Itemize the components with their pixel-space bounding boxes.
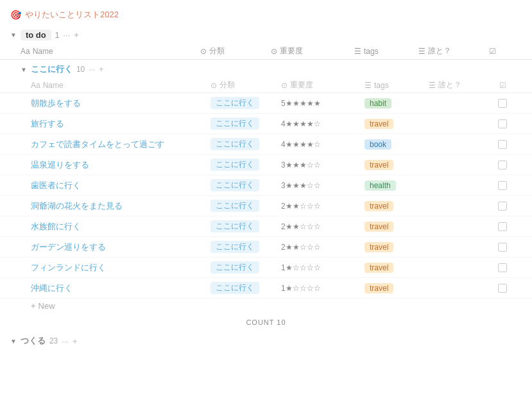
row-juyo-5: 2★★☆☆☆ [281, 202, 365, 211]
toggle-icon-subgroup[interactable]: ▼ [21, 66, 27, 73]
row-name-2[interactable]: カフェで読書タイムをとって過ごす [31, 139, 210, 150]
row-bunrui-6: ここに行く [210, 220, 281, 232]
row-check-4[interactable] [493, 181, 512, 190]
row-juyo-6: 2★★☆☆☆ [281, 222, 365, 231]
row-tags-8: travel [365, 263, 429, 273]
group-todo-plus[interactable]: + [74, 30, 79, 40]
row-check-6[interactable] [493, 222, 512, 231]
row-tags-6: travel [365, 222, 429, 232]
tag-badge-1: travel [365, 119, 393, 129]
row-juyo-7: 2★★☆☆☆ [281, 243, 365, 252]
checkbox-7[interactable] [498, 243, 507, 252]
row-bunrui-4: ここに行く [210, 179, 281, 191]
row-tags-3: travel [365, 160, 429, 170]
row-name-9[interactable]: 沖縄に行く [31, 283, 210, 294]
row-bunrui-1: ここに行く [210, 117, 281, 130]
row-name-1[interactable]: 旅行する [31, 118, 210, 130]
bunrui-badge-0: ここに行く [210, 97, 259, 109]
group-tsukuru-plus[interactable]: + [73, 336, 78, 346]
row-check-7[interactable] [493, 243, 512, 252]
bunrui-badge-5: ここに行く [210, 200, 259, 212]
group-tsukuru-dots[interactable]: ··· [62, 336, 69, 346]
row-bunrui-2: ここに行く [210, 138, 281, 150]
table-row: 歯医者に行く ここに行く 3★★★☆☆ health [0, 175, 532, 196]
aa-icon: Aa [21, 47, 30, 56]
bunrui-badge-8: ここに行く [210, 261, 259, 274]
sub-list-icon: ☰ [365, 81, 372, 90]
row-name-7[interactable]: ガーデン巡りをする [31, 241, 210, 253]
row-check-9[interactable] [493, 284, 512, 293]
row-check-3[interactable] [493, 161, 512, 170]
checkbox-3[interactable] [498, 161, 507, 170]
col-header-tags: ☰ tags [354, 47, 418, 56]
sub-col-header-dare: ☰ 誰と？ [429, 80, 493, 91]
col-header-juyo: ⊙ 重要度 [271, 46, 354, 57]
row-bunrui-5: ここに行く [210, 200, 281, 212]
checkbox-6[interactable] [498, 222, 507, 231]
subgroup-plus[interactable]: + [99, 65, 103, 74]
bunrui-badge-4: ここに行く [210, 179, 259, 191]
row-name-4[interactable]: 歯医者に行く [31, 180, 210, 191]
row-juyo-2: 4★★★★☆ [281, 140, 365, 149]
sub-circle-icon: ⊙ [210, 81, 217, 90]
row-tags-9: travel [365, 283, 429, 293]
group-todo-name: to do [21, 30, 51, 40]
row-juyo-3: 3★★★☆☆ [281, 161, 365, 170]
page-title: 🎯 やりたいことリスト2022 [0, 5, 532, 27]
row-name-0[interactable]: 朝散歩をする [31, 98, 210, 109]
group-todo-dots[interactable]: ··· [63, 30, 70, 40]
tag-badge-2: book [365, 139, 391, 150]
new-row-button[interactable]: + New [0, 299, 532, 313]
list-icon2: ☰ [418, 47, 425, 56]
row-check-8[interactable] [493, 263, 512, 272]
sub-aa-icon: Aa [31, 81, 40, 90]
group-tsukuru-name: つくる [21, 335, 46, 347]
row-name-8[interactable]: フィンランドに行く [31, 262, 210, 274]
table-row: カフェで読書タイムをとって過ごす ここに行く 4★★★★☆ book [0, 134, 532, 155]
sub-col-header-name: Aa Name [31, 81, 210, 90]
row-bunrui-8: ここに行く [210, 261, 281, 274]
row-tags-1: travel [365, 119, 429, 129]
checkbox-9[interactable] [498, 284, 507, 293]
tag-badge-4: health [365, 180, 396, 191]
checkbox-2[interactable] [498, 140, 507, 149]
table-row: 温泉巡りをする ここに行く 3★★★☆☆ travel [0, 155, 532, 175]
group-tsukuru: ▼ つくる 23 ··· + [0, 331, 532, 351]
row-bunrui-3: ここに行く [210, 159, 281, 171]
count-row: COUNT 10 [0, 313, 532, 331]
row-check-2[interactable] [493, 140, 512, 149]
checkbox-1[interactable] [498, 119, 507, 128]
sub-col-header-bunrui: ⊙ 分類 [210, 80, 281, 91]
row-check-0[interactable] [493, 99, 512, 108]
col-header-bunrui: ⊙ 分類 [200, 46, 271, 57]
row-check-1[interactable] [493, 119, 512, 128]
row-check-5[interactable] [493, 202, 512, 211]
toggle-icon-todo[interactable]: ▼ [10, 31, 17, 39]
checkbox-5[interactable] [498, 202, 507, 211]
checkbox-0[interactable] [498, 99, 507, 108]
group-todo: ▼ to do 1 ··· + [0, 27, 532, 43]
bunrui-badge-2: ここに行く [210, 138, 259, 150]
sub-table-header: Aa Name ⊙ 分類 ⊙ 重要度 ☰ tags ☰ 誰と？ ☑ [0, 78, 532, 93]
group-tsukuru-count: 23 [49, 336, 58, 345]
tag-badge-9: travel [365, 283, 393, 293]
tag-badge-7: travel [365, 242, 393, 252]
row-name-6[interactable]: 水族館に行く [31, 221, 210, 232]
subgroup-dots[interactable]: ··· [89, 65, 95, 74]
bunrui-badge-9: ここに行く [210, 282, 259, 294]
table-row: フィンランドに行く ここに行く 1★☆☆☆☆ travel [0, 257, 532, 278]
tag-badge-5: travel [365, 201, 393, 211]
circle-dot-icon2: ⊙ [271, 47, 277, 56]
row-name-3[interactable]: 温泉巡りをする [31, 159, 210, 171]
checkbox-8[interactable] [498, 263, 507, 272]
sub-col-header-tags: ☰ tags [365, 81, 429, 90]
toggle-icon-tsukuru[interactable]: ▼ [10, 338, 17, 345]
row-juyo-1: 4★★★★☆ [281, 119, 365, 128]
subgroup-name: ここに行く [31, 64, 73, 75]
checkbox-4[interactable] [498, 181, 507, 190]
row-bunrui-0: ここに行く [210, 97, 281, 109]
row-name-5[interactable]: 洞爺湖の花火をまた見る [31, 200, 210, 212]
circle-dot-icon: ⊙ [200, 47, 207, 56]
sub-col-header-check: ☑ [493, 81, 512, 90]
tag-badge-0: habit [365, 98, 391, 109]
